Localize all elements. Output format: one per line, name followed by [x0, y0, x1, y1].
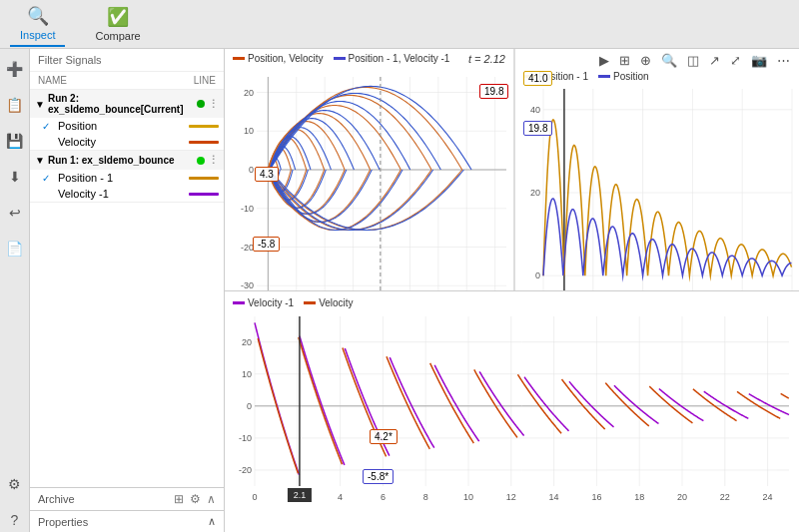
signal-row-velocity[interactable]: Velocity [30, 134, 224, 150]
filter-signals-label: Filter Signals [30, 49, 224, 72]
run2-more[interactable]: ⋮ [208, 98, 219, 111]
doc-button[interactable]: 📄 [3, 237, 27, 261]
grid-btn[interactable]: ⊞ [616, 52, 633, 69]
archive-icon1[interactable]: ⊞ [174, 492, 184, 506]
position1-name: Position - 1 [58, 172, 185, 184]
legend-vel-swatch [304, 301, 316, 304]
phase-chart-legend: Position, Velocity Position - 1, Velocit… [233, 53, 449, 64]
phase-chart: Position, Velocity Position - 1, Velocit… [225, 49, 514, 290]
position-name: Position [58, 120, 185, 132]
pos-chart-legend: Position - 1 Position [523, 71, 649, 82]
legend-pos-vel-swatch [233, 57, 245, 60]
legend-pos-vel: Position, Velocity [233, 53, 324, 64]
legend-pos1-swatch [523, 75, 535, 78]
signal-group-run2: ▼ Run 2: ex_sldemo_bounce[Current] ⋮ ✓ P… [30, 90, 224, 151]
legend-vel1-swatch [233, 301, 245, 304]
position-check: ✓ [42, 121, 54, 132]
signal-group-run1: ▼ Run 1: ex_sldemo_bounce ⋮ ✓ Position -… [30, 151, 224, 203]
panel-bottom [30, 203, 224, 487]
icon-sidebar: ➕ 📋 💾 ⬇ ↩ 📄 ⚙ ? [0, 49, 30, 532]
signal-row-velocity1[interactable]: Velocity -1 [30, 186, 224, 202]
run1-more[interactable]: ⋮ [208, 154, 219, 167]
camera-btn[interactable]: 📷 [748, 52, 770, 69]
more-btn[interactable]: ⋯ [774, 52, 793, 69]
position1-line-preview [189, 177, 219, 180]
properties-arrow[interactable]: ∧ [208, 515, 216, 528]
archive-label: Archive [38, 493, 75, 505]
download-button[interactable]: ⬇ [3, 165, 27, 189]
cursor-btn[interactable]: ⊕ [637, 52, 654, 69]
pos-chart-toolbar: ▶ ⊞ ⊕ 🔍 ◫ ↗ ⤢ 📷 ⋯ [590, 49, 799, 72]
legend-vel1-text: Velocity -1 [248, 297, 294, 308]
copy-button[interactable]: 📋 [3, 93, 27, 117]
legend-vel: Velocity [304, 297, 353, 308]
legend-pos-swatch [598, 75, 610, 78]
inspect-icon: 🔍 [27, 5, 49, 27]
run2-header[interactable]: ▼ Run 2: ex_sldemo_bounce[Current] ⋮ [30, 90, 224, 118]
charts-top: Position, Velocity Position - 1, Velocit… [225, 49, 799, 291]
undo-button[interactable]: ↩ [3, 201, 27, 225]
run1-arrow: ▼ [35, 155, 45, 166]
help-button[interactable]: ? [3, 508, 27, 532]
velocity-line-preview [189, 141, 219, 144]
legend-pos1-vel1-text: Position - 1, Velocity -1 [349, 53, 450, 64]
archive-icons: ⊞ ⚙ ∧ [174, 492, 216, 506]
position-line-preview [189, 125, 219, 128]
compare-icon: ✅ [107, 6, 129, 28]
tab-inspect[interactable]: 🔍 Inspect [10, 1, 65, 47]
select-btn[interactable]: ◫ [684, 52, 702, 69]
position1-check: ✓ [42, 173, 54, 184]
main-layout: ➕ 📋 💾 ⬇ ↩ 📄 ⚙ ? Filter Signals NAME LINE… [0, 49, 799, 532]
velocity1-name: Velocity -1 [58, 188, 185, 200]
arrow-btn[interactable]: ↗ [706, 52, 723, 69]
charts-area: Position, Velocity Position - 1, Velocit… [225, 49, 799, 532]
header: 🔍 Inspect ✅ Compare [0, 0, 799, 49]
legend-pos1-vel1-swatch [334, 57, 346, 60]
signal-row-position[interactable]: ✓ Position [30, 118, 224, 134]
add-button[interactable]: ➕ [3, 57, 27, 81]
run2-name: Run 2: ex_sldemo_bounce[Current] [48, 93, 194, 115]
archive-icon2[interactable]: ⚙ [190, 492, 201, 506]
play-btn[interactable]: ▶ [596, 52, 612, 69]
phase-time-label: t = 2.12 [468, 53, 505, 65]
col-name-label: NAME [38, 75, 176, 86]
expand-btn[interactable]: ⤢ [727, 52, 744, 69]
col-line-label: LINE [176, 75, 216, 86]
run1-header[interactable]: ▼ Run 1: ex_sldemo_bounce ⋮ [30, 151, 224, 170]
legend-pos: Position [598, 71, 649, 82]
legend-pos-vel-text: Position, Velocity [248, 53, 324, 64]
run1-dot [197, 157, 205, 165]
run2-arrow: ▼ [35, 99, 45, 110]
tab-compare[interactable]: ✅ Compare [85, 2, 150, 46]
velocity-chart: Velocity -1 Velocity 4.2* -5.8* [225, 291, 799, 533]
tab-compare-label: Compare [95, 30, 140, 42]
legend-pos1: Position - 1 [523, 71, 588, 82]
legend-pos1-vel1: Position - 1, Velocity -1 [334, 53, 450, 64]
legend-pos-text: Position [613, 71, 649, 82]
vel-chart-legend: Velocity -1 Velocity [233, 297, 354, 308]
properties-bar: Properties ∧ [30, 510, 224, 532]
legend-pos1-text: Position - 1 [538, 71, 588, 82]
signal-row-position1[interactable]: ✓ Position - 1 [30, 170, 224, 186]
properties-label: Properties [38, 516, 88, 528]
archive-bar: Archive ⊞ ⚙ ∧ [30, 487, 224, 510]
signal-table-header: NAME LINE [30, 72, 224, 90]
archive-icon3[interactable]: ∧ [207, 492, 216, 506]
zoom-in-btn[interactable]: 🔍 [658, 52, 680, 69]
save-button[interactable]: 💾 [3, 129, 27, 153]
legend-vel-text: Velocity [319, 297, 353, 308]
signal-panel: Filter Signals NAME LINE ▼ Run 2: ex_sld… [30, 49, 225, 532]
run1-name: Run 1: ex_sldemo_bounce [48, 155, 194, 166]
velocity-name: Velocity [58, 136, 185, 148]
legend-vel1: Velocity -1 [233, 297, 294, 308]
tab-inspect-label: Inspect [20, 29, 55, 41]
pos-chart: ▶ ⊞ ⊕ 🔍 ◫ ↗ ⤢ 📷 ⋯ Position - 1 [514, 49, 799, 290]
settings-button[interactable]: ⚙ [3, 472, 27, 496]
run2-dot [197, 100, 205, 108]
velocity1-line-preview [189, 193, 219, 196]
